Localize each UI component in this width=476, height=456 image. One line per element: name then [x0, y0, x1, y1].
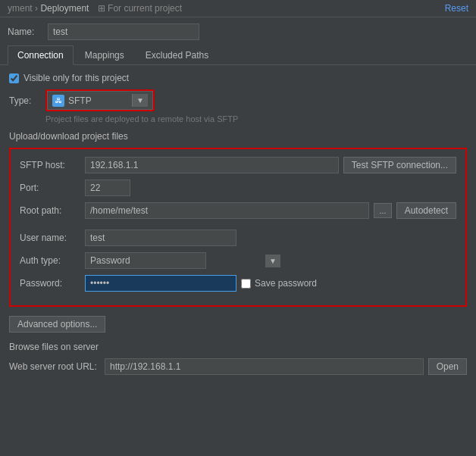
type-select-wrapper: 🖧 SFTP ▼	[45, 89, 155, 111]
auth-dropdown-arrow: ▼	[265, 255, 280, 267]
advanced-options-button[interactable]: Advanced options...	[9, 316, 105, 333]
auth-type-select[interactable]: Password Key pair OpenSSH config and aut…	[86, 253, 265, 268]
save-password-wrapper: Save password	[241, 278, 317, 289]
visible-only-row: Visible only for this project	[9, 73, 467, 83]
advanced-section: Advanced options...	[9, 316, 467, 333]
sftp-host-input[interactable]	[85, 157, 339, 173]
tab-connection[interactable]: Connection	[8, 45, 74, 65]
auth-type-label: Auth type:	[20, 255, 80, 266]
type-row: Type: 🖧 SFTP ▼	[9, 89, 467, 111]
sftp-icon: 🖧	[52, 95, 64, 107]
password-row: Password: Save password	[20, 275, 456, 292]
breadcrumb: yment › Deployment ⊞ For current project	[8, 3, 182, 14]
content-area: Visible only for this project Type: 🖧 SF…	[0, 65, 476, 389]
browse-files-section: Browse files on server Web server root U…	[9, 342, 467, 375]
upload-section-title: Upload/download project files	[9, 131, 467, 142]
visible-only-label: Visible only for this project	[23, 73, 129, 83]
tabs: Connection Mappings Excluded Paths	[0, 45, 476, 65]
browse-section-title: Browse files on server	[9, 342, 467, 352]
breadcrumb-main: Deployment	[40, 3, 89, 14]
user-name-input[interactable]	[85, 230, 236, 246]
autodetect-button[interactable]: Autodetect	[396, 202, 456, 219]
type-select-inner: 🖧 SFTP ▼	[47, 91, 153, 110]
breadcrumb-note: ⊞ For current project	[98, 3, 182, 14]
root-path-input[interactable]	[85, 202, 369, 219]
auth-type-select-wrapper: Password Key pair OpenSSH config and aut…	[85, 252, 206, 269]
test-sftp-button[interactable]: Test SFTP connection...	[343, 157, 456, 173]
tab-mappings[interactable]: Mappings	[75, 45, 134, 65]
browse-button[interactable]: ...	[374, 203, 391, 218]
name-row: Name:	[0, 17, 476, 45]
save-password-checkbox[interactable]	[241, 279, 251, 289]
auth-type-row: Auth type: Password Key pair OpenSSH con…	[20, 252, 456, 269]
type-label: Type:	[9, 95, 39, 106]
port-input[interactable]	[85, 180, 130, 196]
name-label: Name:	[8, 27, 42, 37]
web-server-url-input[interactable]	[105, 358, 424, 375]
web-server-url-label: Web server root URL:	[9, 361, 100, 372]
breadcrumb-prefix: yment	[8, 3, 33, 14]
root-path-row: Root path: ... Autodetect	[20, 202, 456, 219]
root-path-label: Root path:	[20, 205, 80, 216]
save-password-label: Save password	[255, 278, 317, 289]
sftp-host-row: SFTP host: Test SFTP connection...	[20, 157, 456, 173]
user-name-row: User name:	[20, 230, 456, 246]
tab-excluded-paths[interactable]: Excluded Paths	[136, 45, 218, 65]
header: yment › Deployment ⊞ For current project…	[0, 0, 476, 17]
password-label: Password:	[20, 278, 80, 289]
reset-button[interactable]: Reset	[445, 3, 468, 14]
sftp-host-label: SFTP host:	[20, 160, 80, 170]
password-input[interactable]	[85, 275, 236, 292]
type-hint: Project files are deployed to a remote h…	[9, 114, 467, 123]
open-button[interactable]: Open	[428, 358, 467, 375]
web-server-url-row: Web server root URL: Open	[9, 358, 467, 375]
sftp-config-box: SFTP host: Test SFTP connection... Port:…	[9, 148, 467, 307]
user-name-label: User name:	[20, 233, 80, 243]
type-dropdown-button[interactable]: ▼	[132, 94, 148, 107]
port-label: Port:	[20, 183, 80, 193]
visible-only-checkbox[interactable]	[9, 73, 19, 83]
port-row: Port:	[20, 180, 456, 196]
name-input[interactable]	[48, 23, 199, 40]
type-value: SFTP	[68, 95, 128, 106]
